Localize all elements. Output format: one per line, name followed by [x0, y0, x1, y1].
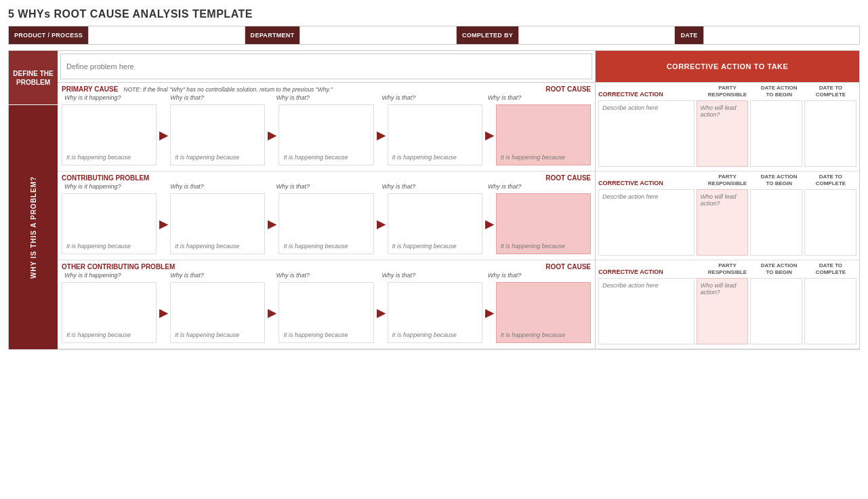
- define-problem-input[interactable]: [60, 54, 592, 79]
- root-cause-label-other: ROOT CAUSE: [545, 263, 591, 271]
- party-box-contributing[interactable]: Who will lead action?: [697, 189, 749, 256]
- action-box-other[interactable]: Describe action here: [598, 278, 695, 344]
- why-label-primary-0: Why is it happening?: [62, 94, 167, 102]
- cause-box-other-4[interactable]: It is happening because: [496, 282, 591, 343]
- why-label-primary-2: Why is that?: [273, 94, 379, 102]
- party-label-other: PARTY RESPONSIBLE: [701, 262, 753, 275]
- action-box-contributing[interactable]: Describe action here: [598, 189, 695, 256]
- why-label-other-4: Why is that?: [485, 271, 591, 279]
- sidebar-why: WHY IS THIS A PROBLEM?: [9, 105, 58, 349]
- product-value[interactable]: [88, 26, 244, 44]
- main-container: DEFINE THE PROBLEM WHY IS THIS A PROBLEM…: [8, 50, 860, 350]
- corrective-labels-row-contributing: CORRECTIVE ACTIONPARTY RESPONSIBLEDATE A…: [596, 172, 859, 188]
- page-title: 5 WHYs ROOT CAUSE ANALYSIS TEMPLATE: [8, 8, 860, 20]
- corrective-labels-row-primary: CORRECTIVE ACTIONPARTY RESPONSIBLEDATE A…: [596, 83, 859, 99]
- cause-box-other-0[interactable]: It is happening because: [62, 282, 157, 343]
- content-area: CORRECTIVE ACTION TO TAKE PRIMARY CAUSEN…: [58, 51, 859, 349]
- why-labels-row-other: Why is it happening?Why is that?Why is t…: [58, 271, 595, 279]
- why-label-primary-3: Why is that?: [379, 94, 485, 102]
- arrow-other-1: ▶: [158, 306, 169, 319]
- problem-section-contributing: CONTRIBUTING PROBLEMROOT CAUSEWhy is it …: [58, 172, 859, 260]
- date-complete-label-other: DATE TO COMPLETE: [805, 262, 856, 275]
- problem-section-primary: PRIMARY CAUSENOTE: If the final "Why" ha…: [58, 83, 859, 172]
- root-cause-label-primary: ROOT CAUSE: [545, 85, 591, 93]
- why-label-other-3: Why is that?: [379, 271, 485, 279]
- problem-section-other: OTHER CONTRIBUTING PROBLEMROOT CAUSEWhy …: [58, 260, 859, 349]
- cause-box-contributing-4[interactable]: It is happening because: [496, 193, 591, 254]
- arrow-contributing-1: ▶: [158, 218, 169, 231]
- party-box-primary[interactable]: Who will lead action?: [697, 100, 749, 167]
- corrective-section-contributing: CORRECTIVE ACTIONPARTY RESPONSIBLEDATE A…: [596, 172, 859, 260]
- why-label-primary-1: Why is that?: [167, 94, 273, 102]
- define-input-area: [58, 51, 595, 82]
- cause-box-other-2[interactable]: It is happening because: [278, 282, 373, 343]
- corrective-section-primary: CORRECTIVE ACTIONPARTY RESPONSIBLEDATE A…: [596, 83, 859, 171]
- cause-box-primary-0[interactable]: It is happening because: [62, 104, 157, 165]
- arrow-other-4: ▶: [484, 306, 495, 319]
- why-label-other-1: Why is that?: [167, 271, 273, 279]
- why-labels-row-primary: Why is it happening?Why is that?Why is t…: [58, 94, 595, 102]
- header-row: PRODUCT / PROCESS DEPARTMENT COMPLETED B…: [8, 26, 860, 45]
- corrective-boxes-row-contributing: Describe action hereWho will lead action…: [596, 188, 859, 260]
- cause-box-other-3[interactable]: It is happening because: [388, 282, 482, 343]
- section-note-primary: NOTE: If the final "Why" has no controll…: [123, 86, 332, 93]
- causes-area-primary: PRIMARY CAUSENOTE: If the final "Why" ha…: [58, 83, 595, 171]
- why-label-other-0: Why is it happening?: [62, 271, 167, 279]
- section-title-contributing: CONTRIBUTING PROBLEM: [62, 174, 149, 182]
- party-box-other[interactable]: Who will lead action?: [697, 278, 749, 344]
- why-label-primary-4: Why is that?: [485, 94, 591, 102]
- arrow-contributing-3: ▶: [375, 218, 386, 231]
- cause-box-other-1[interactable]: It is happening because: [170, 282, 265, 343]
- corrective-action-label-contributing: CORRECTIVE ACTION: [598, 180, 701, 186]
- party-label-primary: PARTY RESPONSIBLE: [701, 85, 753, 98]
- corrective-action-label-primary: CORRECTIVE ACTION: [598, 91, 701, 98]
- party-label-contributing: PARTY RESPONSIBLE: [701, 174, 753, 186]
- date-complete-label-contributing: DATE TO COMPLETE: [805, 174, 856, 186]
- product-label: PRODUCT / PROCESS: [9, 26, 88, 44]
- arrow-contributing-4: ▶: [484, 218, 495, 231]
- cause-box-primary-3[interactable]: It is happening because: [388, 104, 482, 165]
- date-complete-box-contributing[interactable]: [804, 189, 856, 256]
- why-label-contributing-0: Why is it happening?: [62, 182, 167, 191]
- date-begin-box-contributing[interactable]: [750, 189, 802, 256]
- date-complete-box-primary[interactable]: [804, 100, 856, 167]
- date-begin-label-contributing: DATE ACTION TO BEGIN: [753, 174, 805, 186]
- causes-area-contributing: CONTRIBUTING PROBLEMROOT CAUSEWhy is it …: [58, 172, 595, 260]
- boxes-row-primary: It is happening because▶It is happening …: [58, 102, 595, 171]
- corrective-labels-row-other: CORRECTIVE ACTIONPARTY RESPONSIBLEDATE A…: [596, 260, 859, 277]
- arrow-other-3: ▶: [375, 306, 386, 319]
- sidebar-define: DEFINE THE PROBLEM: [9, 51, 58, 105]
- corrective-panel-primary: CORRECTIVE ACTIONPARTY RESPONSIBLEDATE A…: [595, 83, 859, 171]
- problems-container: PRIMARY CAUSENOTE: If the final "Why" ha…: [58, 83, 859, 349]
- cause-box-contributing-1[interactable]: It is happening because: [170, 193, 265, 254]
- corrective-panel-contributing: CORRECTIVE ACTIONPARTY RESPONSIBLEDATE A…: [595, 172, 859, 260]
- date-complete-box-other[interactable]: [804, 278, 856, 344]
- cause-box-contributing-0[interactable]: It is happening because: [62, 193, 157, 254]
- completed-by-value[interactable]: [518, 26, 674, 44]
- cause-box-primary-4[interactable]: It is happening because: [496, 104, 591, 165]
- section-title-row-other: OTHER CONTRIBUTING PROBLEMROOT CAUSE: [58, 260, 595, 271]
- corrective-action-label-other: CORRECTIVE ACTION: [598, 268, 701, 275]
- date-begin-box-primary[interactable]: [750, 100, 802, 167]
- completed-by-label: COMPLETED BY: [456, 26, 518, 44]
- arrow-other-2: ▶: [266, 306, 277, 319]
- cause-box-contributing-3[interactable]: It is happening because: [388, 193, 482, 254]
- cause-box-primary-1[interactable]: It is happening because: [170, 104, 265, 165]
- corrective-boxes-row-primary: Describe action hereWho will lead action…: [596, 99, 859, 171]
- date-value[interactable]: [703, 26, 859, 44]
- why-label-contributing-2: Why is that?: [273, 182, 379, 191]
- section-title-primary: PRIMARY CAUSE: [62, 85, 118, 93]
- cause-box-primary-2[interactable]: It is happening because: [278, 104, 373, 165]
- section-title-other: OTHER CONTRIBUTING PROBLEM: [62, 263, 175, 271]
- corrective-boxes-row-other: Describe action hereWho will lead action…: [596, 277, 859, 348]
- date-begin-box-other[interactable]: [750, 278, 802, 344]
- date-begin-label-other: DATE ACTION TO BEGIN: [753, 262, 805, 275]
- arrow-primary-1: ▶: [158, 129, 169, 142]
- action-box-primary[interactable]: Describe action here: [598, 100, 695, 167]
- arrow-primary-2: ▶: [266, 129, 277, 142]
- department-value[interactable]: [299, 26, 455, 44]
- department-label: DEPARTMENT: [245, 26, 300, 44]
- corrective-panel-other: CORRECTIVE ACTIONPARTY RESPONSIBLEDATE A…: [595, 260, 859, 348]
- date-complete-label-primary: DATE TO COMPLETE: [805, 85, 856, 98]
- cause-box-contributing-2[interactable]: It is happening because: [278, 193, 373, 254]
